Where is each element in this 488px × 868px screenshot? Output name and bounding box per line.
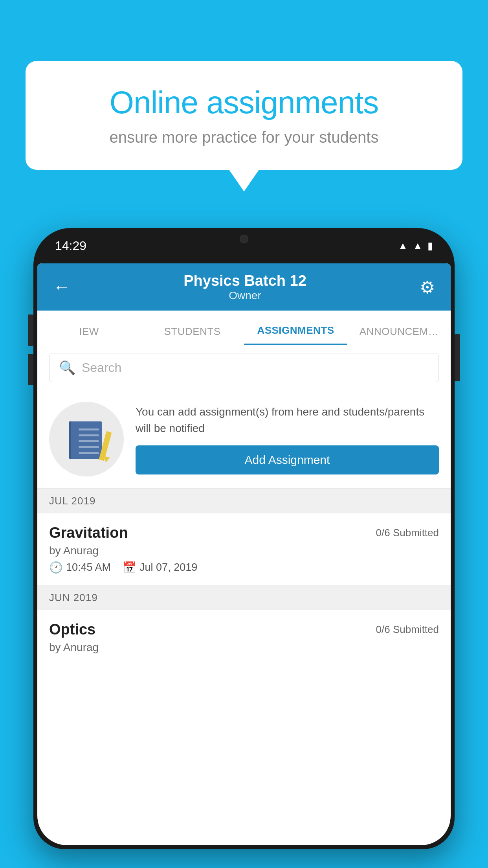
notch [213, 228, 275, 250]
pencil-tip [103, 456, 110, 463]
notebook-line [79, 452, 99, 454]
phone-frame: 14:29 ▲ ▲ ▮ ← Physics Batch 12 Owner ⚙ [33, 228, 455, 868]
assignment-submitted: 0/6 Submitted [376, 621, 439, 636]
power-button [455, 334, 460, 381]
wifi-icon: ▲ [398, 240, 408, 252]
header-title: Physics Batch 12 [183, 272, 306, 289]
meta-date-value: Jul 07, 2019 [139, 561, 197, 574]
calendar-icon: 📅 [123, 561, 136, 574]
assignment-top-row: Optics 0/6 Submitted [49, 621, 439, 638]
back-button[interactable]: ← [53, 277, 70, 297]
battery-icon: ▮ [427, 240, 433, 252]
month-header-jun: JUN 2019 [37, 585, 451, 610]
notebook-line [79, 428, 99, 430]
month-header-jul: JUL 2019 [37, 489, 451, 513]
tab-students[interactable]: STUDENTS [141, 326, 244, 345]
search-placeholder: Search [82, 360, 121, 375]
promo-icon-circle [49, 402, 124, 476]
status-icons: ▲ ▲ ▮ [398, 240, 433, 252]
speech-bubble-subtitle: ensure more practice for your students [53, 129, 435, 146]
tab-announcements[interactable]: ANNOUNCEM… [347, 326, 451, 345]
notebook-line [79, 446, 99, 448]
notebook-icon [69, 419, 104, 459]
assignment-submitted: 0/6 Submitted [376, 524, 439, 539]
speech-bubble-title: Online assignments [53, 85, 435, 121]
notebook-lines [79, 428, 99, 454]
add-assignment-promo: You can add assignment(s) from here and … [37, 390, 451, 489]
promo-text: You can add assignment(s) from here and … [136, 404, 439, 437]
search-container: 🔍 Search [37, 345, 451, 390]
assignment-item-optics[interactable]: Optics 0/6 Submitted by Anurag [37, 610, 451, 669]
meta-time-value: 10:45 AM [66, 561, 111, 574]
assignment-title: Gravitation [49, 524, 128, 541]
camera [240, 235, 248, 243]
signal-icon: ▲ [413, 240, 423, 252]
assignment-by: by Anurag [49, 641, 439, 654]
settings-button[interactable]: ⚙ [420, 277, 435, 297]
meta-date: 📅 Jul 07, 2019 [123, 561, 197, 574]
notebook-body [71, 421, 102, 459]
search-icon: 🔍 [59, 360, 75, 375]
speech-bubble-container: Online assignments ensure more practice … [26, 61, 462, 191]
speech-bubble: Online assignments ensure more practice … [26, 61, 462, 170]
speech-bubble-arrow [229, 170, 259, 191]
notebook-line [79, 434, 99, 436]
header-subtitle: Owner [183, 289, 306, 302]
tab-assignments[interactable]: ASSIGNMENTS [244, 324, 347, 345]
search-bar[interactable]: 🔍 Search [49, 353, 439, 382]
tab-iew[interactable]: IEW [37, 326, 141, 345]
status-bar: 14:29 ▲ ▲ ▮ [33, 228, 455, 263]
phone-screen: ← Physics Batch 12 Owner ⚙ IEW STUDENTS … [37, 263, 451, 845]
notebook-line [79, 440, 99, 442]
assignment-top-row: Gravitation 0/6 Submitted [49, 524, 439, 541]
assignment-meta: 🕐 10:45 AM 📅 Jul 07, 2019 [49, 561, 439, 574]
app-header: ← Physics Batch 12 Owner ⚙ [37, 263, 451, 311]
add-assignment-button[interactable]: Add Assignment [136, 445, 439, 474]
assignment-item-gravitation[interactable]: Gravitation 0/6 Submitted by Anurag 🕐 10… [37, 513, 451, 585]
volume-down-button [28, 354, 33, 385]
promo-content: You can add assignment(s) from here and … [136, 404, 439, 474]
meta-time: 🕐 10:45 AM [49, 561, 111, 574]
phone-outer: 14:29 ▲ ▲ ▮ ← Physics Batch 12 Owner ⚙ [33, 228, 455, 849]
clock-icon: 🕐 [49, 561, 63, 574]
header-center: Physics Batch 12 Owner [183, 272, 306, 302]
tabs-container: IEW STUDENTS ASSIGNMENTS ANNOUNCEM… [37, 311, 451, 345]
volume-up-button [28, 314, 33, 346]
assignment-by: by Anurag [49, 544, 439, 557]
status-time: 14:29 [55, 239, 86, 253]
assignment-title: Optics [49, 621, 95, 638]
